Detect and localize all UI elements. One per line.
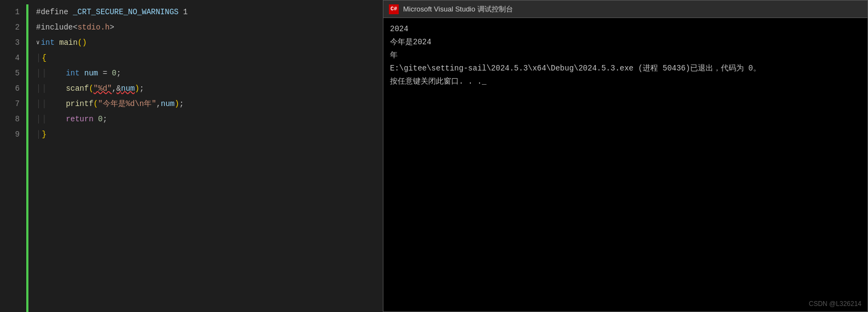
code-text: ) bbox=[135, 81, 139, 96]
code-text: #define bbox=[36, 4, 73, 20]
code-text: 1 bbox=[178, 4, 188, 20]
code-text: "今年是%d\n年" bbox=[98, 96, 156, 111]
code-text: , bbox=[156, 96, 161, 111]
code-text: return bbox=[48, 111, 98, 127]
code-text: < bbox=[73, 20, 77, 35]
line-num-8: 8 bbox=[15, 111, 20, 127]
code-text: ; bbox=[139, 81, 144, 96]
code-text: int bbox=[41, 35, 60, 50]
code-line-4: │ { bbox=[36, 50, 383, 66]
code-text: #include bbox=[36, 20, 73, 35]
console-window: C# Microsoft Visual Studio 调试控制台 2024 今年… bbox=[383, 0, 868, 312]
code-text: num bbox=[161, 96, 174, 111]
code-text: ( bbox=[94, 96, 98, 111]
console-title: Microsoft Visual Studio 调试控制台 bbox=[403, 4, 513, 14]
indent-guide: │ bbox=[36, 96, 40, 111]
code-text: printf bbox=[48, 96, 94, 111]
fold-arrow-icon[interactable]: ∨ bbox=[36, 35, 40, 50]
code-line-7: │ │ printf("今年是%d\n年",num); bbox=[36, 96, 383, 111]
line-num-9: 9 bbox=[15, 127, 20, 142]
vs-icon: C# bbox=[389, 4, 399, 14]
indent-guide: │ bbox=[36, 111, 40, 127]
indent-guide-inner: │ bbox=[42, 96, 46, 111]
code-text: } bbox=[42, 127, 46, 142]
line-num-6: 6 bbox=[15, 81, 20, 96]
indent-guide-inner: │ bbox=[42, 111, 46, 127]
green-indicator-bar bbox=[26, 4, 28, 312]
indent-guide: │ bbox=[36, 50, 40, 66]
code-line-6: │ │ scanf("%d",&num); bbox=[36, 81, 383, 96]
code-text: { bbox=[42, 50, 46, 66]
line-num-4: 4 bbox=[15, 50, 20, 66]
code-text: _CRT_SECURE_NO_WARNINGS bbox=[73, 4, 178, 20]
code-text: scanf bbox=[48, 81, 89, 96]
code-text: > bbox=[109, 20, 114, 35]
vs-icon-label: C# bbox=[391, 6, 397, 12]
line-num-7: 7 bbox=[15, 96, 20, 111]
code-text: = bbox=[98, 66, 112, 81]
indent-guide-inner: │ bbox=[42, 81, 46, 96]
code-text: ; bbox=[179, 96, 184, 111]
indent-guide: │ bbox=[36, 127, 40, 142]
code-text: , bbox=[112, 81, 116, 96]
code-line-3: ∨int main() bbox=[36, 35, 383, 50]
code-editor: 1 2 3 4 5 6 7 8 9 #define _CRT_SECURE_NO… bbox=[0, 0, 383, 312]
code-text: ( bbox=[89, 81, 93, 96]
console-titlebar: C# Microsoft Visual Studio 调试控制台 bbox=[383, 1, 867, 18]
code-text: stdio.h bbox=[78, 20, 110, 35]
console-line-1: 2024 bbox=[390, 22, 861, 36]
code-text: main bbox=[59, 35, 78, 50]
code-line-8: │ │ return 0; bbox=[36, 111, 383, 127]
line-num-2: 2 bbox=[15, 20, 20, 35]
code-text: num bbox=[121, 81, 135, 96]
code-text: & bbox=[116, 81, 121, 96]
code-line-5: │ │ int num = 0; bbox=[36, 66, 383, 81]
console-line-4: E:\gitee\setting-sail\2024.5.3\x64\Debug… bbox=[390, 62, 861, 75]
code-content[interactable]: #define _CRT_SECURE_NO_WARNINGS 1 #inclu… bbox=[31, 4, 383, 312]
line-num-5: 5 bbox=[15, 66, 20, 81]
code-text: ( bbox=[78, 35, 82, 50]
code-text: ; bbox=[116, 66, 121, 81]
code-text: "%d" bbox=[94, 81, 112, 96]
indent-guide: │ bbox=[36, 66, 40, 81]
code-line-1: #define _CRT_SECURE_NO_WARNINGS 1 bbox=[36, 4, 383, 20]
watermark: CSDN @L326214 bbox=[809, 300, 861, 308]
code-text: 0 bbox=[112, 66, 116, 81]
code-text: num bbox=[84, 66, 98, 81]
line-num-3: 3 bbox=[15, 35, 20, 50]
code-line-2: #include<stdio.h> bbox=[36, 20, 383, 35]
code-line-9: │ } bbox=[36, 127, 383, 142]
code-text: 0 bbox=[98, 111, 102, 127]
console-line-3: 年 bbox=[390, 49, 861, 62]
line-numbers: 1 2 3 4 5 6 7 8 9 bbox=[0, 4, 26, 312]
code-text: int bbox=[48, 66, 84, 81]
code-text: ; bbox=[103, 111, 107, 127]
line-num-1: 1 bbox=[15, 4, 20, 20]
indent-guide: │ bbox=[36, 81, 40, 96]
console-output: 2024 今年是2024 年 E:\gitee\setting-sail\202… bbox=[383, 18, 867, 311]
console-line-2: 今年是2024 bbox=[390, 36, 861, 49]
console-line-5: 按任意键关闭此窗口. . ._ bbox=[390, 75, 861, 88]
code-text: ) bbox=[174, 96, 179, 111]
indent-guide-inner: │ bbox=[42, 66, 46, 81]
code-text: ) bbox=[82, 35, 86, 50]
